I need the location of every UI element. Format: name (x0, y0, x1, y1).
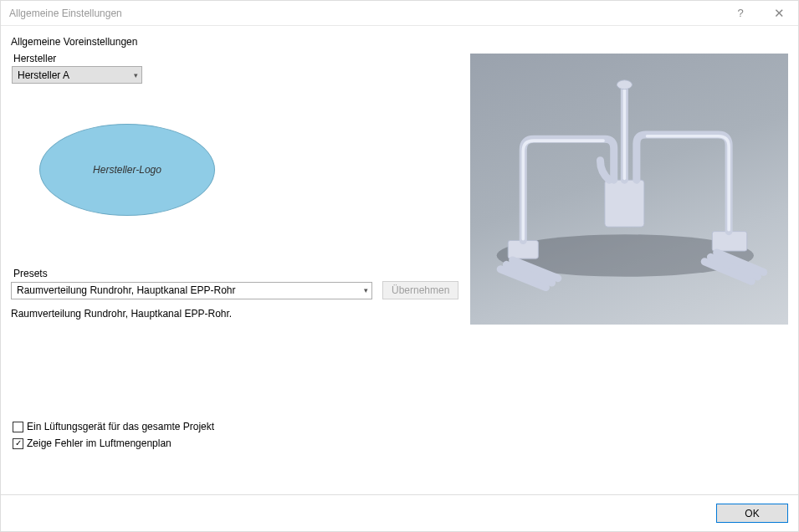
close-icon: ✕ (774, 6, 785, 21)
hersteller-combobox[interactable]: Hersteller A ▾ (12, 66, 142, 84)
help-button[interactable]: ? (721, 1, 760, 25)
presets-combobox[interactable]: Raumverteilung Rundrohr, Hauptkanal EPP-… (11, 282, 372, 299)
dialog-content: Allgemeine Voreinstellungen Hersteller H… (1, 26, 798, 494)
check-show-errors[interactable]: ✓ Zeige Fehler im Luftmengenplan (13, 437, 214, 449)
chevron-down-icon: ▾ (134, 71, 138, 79)
presets-block: Presets Raumverteilung Rundrohr, Hauptka… (11, 268, 458, 320)
chevron-down-icon: ▾ (364, 286, 368, 294)
checkbox-icon (13, 422, 23, 432)
checkbox-icon: ✓ (13, 438, 23, 449)
presets-row: Raumverteilung Rundrohr, Hauptkanal EPP-… (11, 281, 458, 299)
dialog-general-settings: Allgemeine Einstellungen ? ✕ Allgemeine … (0, 0, 799, 532)
columns: Hersteller Hersteller A ▾ Hersteller-Log… (11, 51, 788, 325)
check-show-errors-label: Zeige Fehler im Luftmengenplan (27, 437, 172, 449)
help-icon: ? (737, 7, 743, 19)
preview-svg (470, 54, 788, 325)
presets-label: Presets (13, 268, 458, 279)
ok-label: OK (745, 508, 759, 519)
dialog-title: Allgemeine Einstellungen (1, 8, 721, 19)
hersteller-logo-text: Hersteller-Logo (93, 164, 161, 176)
preview-3d-render (470, 54, 788, 325)
options-checkboxes: Ein Lüftungsgerät für das gesamte Projek… (13, 416, 214, 449)
hersteller-logo-box: Hersteller-Logo (11, 89, 243, 251)
hersteller-label: Hersteller (13, 53, 458, 64)
titlebar-buttons: ? ✕ (721, 1, 798, 25)
preset-description: Raumverteilung Rundrohr, Hauptkanal EPP-… (11, 308, 458, 320)
titlebar: Allgemeine Einstellungen ? ✕ (1, 1, 798, 26)
svg-rect-9 (605, 180, 644, 227)
check-one-ventilation-unit[interactable]: Ein Lüftungsgerät für das gesamte Projek… (13, 421, 214, 432)
close-button[interactable]: ✕ (760, 1, 798, 25)
svg-point-12 (617, 80, 633, 90)
apply-preset-label: Übernehmen (392, 284, 449, 296)
hersteller-logo-ellipse: Hersteller-Logo (39, 124, 215, 216)
dialog-footer: OK (1, 494, 798, 531)
check-one-unit-label: Ein Lüftungsgerät für das gesamte Projek… (27, 421, 214, 432)
presets-value: Raumverteilung Rundrohr, Hauptkanal EPP-… (17, 284, 235, 296)
apply-preset-button[interactable]: Übernehmen (382, 281, 458, 299)
ok-button[interactable]: OK (716, 504, 788, 523)
right-column (470, 51, 788, 325)
hersteller-value: Hersteller A (18, 69, 69, 81)
section-title: Allgemeine Voreinstellungen (11, 36, 788, 48)
left-column: Hersteller Hersteller A ▾ Hersteller-Log… (11, 51, 458, 325)
